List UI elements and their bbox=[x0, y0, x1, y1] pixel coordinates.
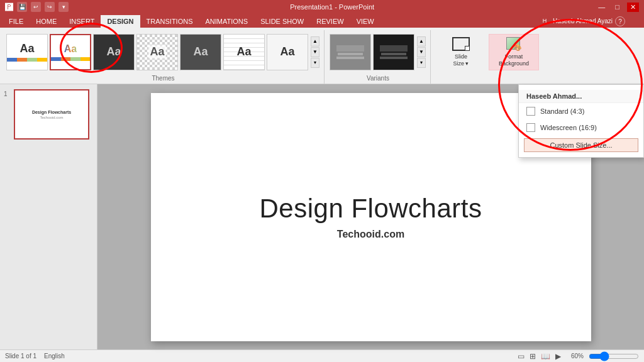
slide-size-dropdown: Haseeb Ahmad... Standard (4:3) Widescree… bbox=[518, 84, 644, 158]
user-name: Haseeb Ahmad Ayazi bbox=[553, 18, 613, 25]
minimize-btn[interactable]: — bbox=[596, 3, 608, 11]
tab-insert[interactable]: INSERT bbox=[63, 15, 101, 28]
language-info: English bbox=[44, 353, 65, 359]
theme-dark[interactable]: Aa bbox=[93, 34, 135, 70]
variant-dark[interactable] bbox=[373, 34, 414, 70]
save-icon[interactable]: 💾 bbox=[17, 2, 27, 12]
tab-transitions[interactable]: TRANSITIONS bbox=[140, 15, 199, 28]
custom-slide-size-button[interactable]: Custom Slide Size... bbox=[524, 138, 638, 152]
undo-icon[interactable]: ↩ bbox=[31, 2, 41, 12]
ribbon-tab-bar: FILE HOME INSERT DESIGN TRANSITIONS ANIM… bbox=[0, 14, 644, 28]
dropdown-header: Haseeb Ahmad... bbox=[519, 90, 643, 103]
slideshow-view-icon[interactable]: ▶ bbox=[555, 352, 561, 361]
powerpoint-icon: 🅿 bbox=[5, 3, 13, 12]
redo-icon[interactable]: ↪ bbox=[45, 2, 55, 12]
ribbon-body: Aa Aa bbox=[0, 28, 644, 84]
theme-checkerboard[interactable]: Aa bbox=[136, 34, 178, 70]
normal-view-icon[interactable]: ▭ bbox=[518, 352, 525, 361]
slide-thumb-title: Design Flowcharts bbox=[32, 110, 71, 114]
title-bar: 🅿 💾 ↩ ↪ ▾ Presentation1 - PowerPoint — □… bbox=[0, 0, 644, 14]
variants-scroll-more[interactable]: ▾ bbox=[417, 58, 426, 68]
theme-simple[interactable]: Aa bbox=[267, 34, 308, 70]
theme-lines[interactable]: Aa bbox=[223, 34, 265, 70]
quick-access-toolbar: 🅿 💾 ↩ ↪ ▾ bbox=[5, 2, 69, 12]
dropdown-widescreen[interactable]: Widescreen (16:9) bbox=[519, 119, 643, 136]
tab-slideshow[interactable]: SLIDE SHOW bbox=[254, 15, 310, 28]
tab-file[interactable]: FILE bbox=[3, 15, 30, 28]
help-button[interactable]: ? bbox=[615, 16, 625, 26]
window-controls: — □ ✕ bbox=[596, 3, 639, 12]
slide-info: Slide 1 of 1 bbox=[5, 353, 36, 359]
tab-home[interactable]: HOME bbox=[30, 15, 63, 28]
themes-strip: Aa Aa bbox=[6, 30, 320, 74]
slide-size-icon bbox=[452, 37, 470, 51]
variants-section: ▲ ▼ ▾ Variants bbox=[326, 30, 431, 84]
user-area[interactable]: H Haseeb Ahmad Ayazi bbox=[539, 15, 613, 26]
slide-size-button[interactable]: SlideSize ▾ bbox=[436, 34, 486, 70]
slide-sorter-icon[interactable]: ⊞ bbox=[530, 352, 536, 361]
theme-colorful[interactable]: Aa bbox=[50, 34, 91, 70]
variants-scroll-down[interactable]: ▼ bbox=[417, 47, 426, 57]
maximize-btn[interactable]: □ bbox=[613, 3, 622, 11]
user-avatar: H bbox=[539, 15, 550, 26]
slide-thumbnail-wrap: 1 Design Flowcharts Techooid.com bbox=[4, 89, 93, 140]
variant-gray[interactable] bbox=[330, 34, 371, 70]
theme-office[interactable]: Aa bbox=[6, 34, 48, 70]
variants-scroll: ▲ ▼ ▾ bbox=[416, 35, 426, 69]
format-background-button[interactable]: 🎨 FormatBackground bbox=[489, 34, 539, 70]
theme-scroll: ▲ ▼ ▾ bbox=[310, 35, 320, 69]
tab-design[interactable]: DESIGN bbox=[101, 15, 140, 28]
theme-items: Aa Aa bbox=[6, 34, 320, 70]
format-background-icon: 🎨 bbox=[506, 37, 521, 51]
status-right: ▭ ⊞ 📖 ▶ 60% bbox=[518, 352, 639, 361]
variants-label: Variants bbox=[367, 74, 389, 84]
scroll-up[interactable]: ▲ bbox=[311, 36, 319, 47]
customize-qat-icon[interactable]: ▾ bbox=[58, 2, 69, 12]
close-btn[interactable]: ✕ bbox=[627, 3, 639, 12]
themes-section: Aa Aa bbox=[3, 30, 325, 84]
themes-label: Themes bbox=[152, 74, 174, 84]
variants-scroll-up[interactable]: ▲ bbox=[417, 36, 426, 47]
slide-number: 1 bbox=[4, 89, 11, 97]
dropdown-standard[interactable]: Standard (4:3) bbox=[519, 103, 643, 119]
widescreen-checkbox bbox=[526, 123, 535, 132]
tab-view[interactable]: VIEW bbox=[350, 15, 380, 28]
variants-strip: ▲ ▼ ▾ bbox=[330, 30, 426, 74]
tab-review[interactable]: REVIEW bbox=[310, 15, 350, 28]
standard-checkbox bbox=[526, 107, 535, 116]
theme-slate[interactable]: Aa bbox=[180, 34, 221, 70]
zoom-slider[interactable] bbox=[589, 353, 639, 360]
slide-thumbnail[interactable]: Design Flowcharts Techooid.com bbox=[14, 89, 89, 140]
status-bar: Slide 1 of 1 English ▭ ⊞ 📖 ▶ 60% bbox=[0, 349, 644, 362]
window-title: Presentation1 - PowerPoint bbox=[69, 3, 596, 11]
slide-subtitle[interactable]: Techooid.com bbox=[337, 229, 404, 240]
customize-section: SlideSize ▾ 🎨 FormatBackground bbox=[432, 30, 543, 84]
slides-panel: 1 Design Flowcharts Techooid.com bbox=[0, 84, 97, 349]
slide-thumb-sub: Techooid.com bbox=[40, 116, 63, 119]
scroll-more[interactable]: ▾ bbox=[311, 58, 319, 68]
zoom-level: 60% bbox=[571, 353, 584, 359]
reading-view-icon[interactable]: 📖 bbox=[541, 352, 550, 361]
slide-title[interactable]: Design Flowcharts bbox=[260, 194, 482, 224]
tab-animations[interactable]: ANIMATIONS bbox=[199, 15, 255, 28]
scroll-down[interactable]: ▼ bbox=[311, 47, 319, 57]
